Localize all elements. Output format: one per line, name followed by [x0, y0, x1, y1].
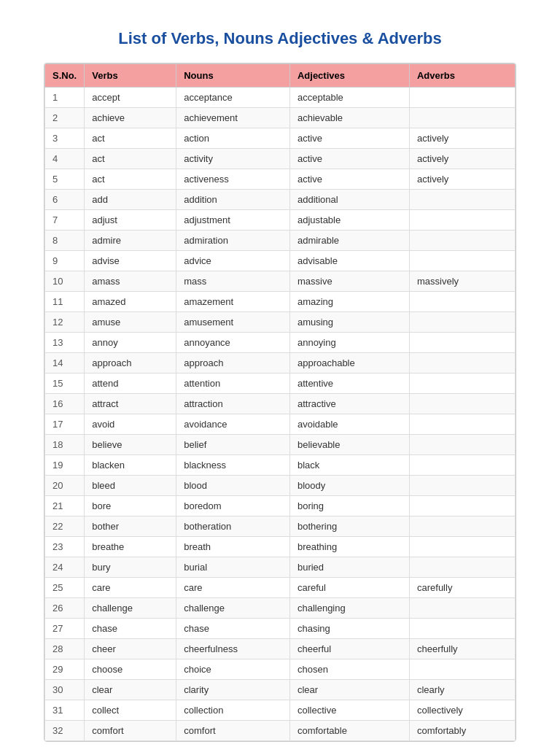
table-cell: act — [85, 149, 176, 169]
table-row: 28cheercheerfulnesscheerfulcheerfully — [45, 639, 516, 659]
table-cell: advice — [176, 251, 290, 271]
table-cell: collectively — [409, 700, 515, 721]
table-cell: massive — [289, 271, 409, 292]
table-cell: comfortable — [289, 721, 409, 741]
page-title: List of Verbs, Nouns Adjectives & Adverb… — [44, 29, 516, 48]
table-cell: achieve — [85, 108, 176, 128]
table-cell: 27 — [45, 619, 85, 639]
table-row: 14approachapproachapproachable — [45, 353, 516, 374]
table-row: 24buryburialburied — [45, 557, 516, 578]
table-cell: boredom — [176, 496, 290, 516]
table-cell: 10 — [45, 271, 85, 292]
table-cell: approachable — [289, 353, 409, 374]
table-cell: blood — [176, 476, 290, 496]
table-cell: active — [289, 128, 409, 149]
table-cell: breathing — [289, 537, 409, 557]
table-cell: attend — [85, 374, 176, 394]
table-cell: attention — [176, 374, 290, 394]
table-cell: amass — [85, 271, 176, 292]
table-cell: choice — [176, 659, 290, 680]
table-cell — [409, 333, 515, 353]
table-row: 18believebeliefbelievable — [45, 435, 516, 455]
table-cell: 5 — [45, 169, 85, 190]
table-cell — [409, 190, 515, 210]
table-cell: attract — [85, 394, 176, 414]
table-cell: clear — [85, 680, 176, 700]
table-cell: chase — [85, 619, 176, 639]
table-cell: care — [85, 578, 176, 598]
table-cell: acceptance — [176, 88, 290, 108]
table-cell: massively — [409, 271, 515, 292]
table-cell: 31 — [45, 700, 85, 721]
table-cell: additional — [289, 190, 409, 210]
table-cell — [409, 374, 515, 394]
table-row: 23breathebreathbreathing — [45, 537, 516, 557]
table-cell: challenge — [85, 598, 176, 619]
table-row: 19blackenblacknessblack — [45, 455, 516, 476]
table-cell: comfort — [176, 721, 290, 741]
table-cell — [409, 414, 515, 435]
table-cell: 23 — [45, 537, 85, 557]
table-cell — [409, 292, 515, 312]
table-row: 12amuseamusementamusing — [45, 312, 516, 333]
header-adverbs: Adverbs — [409, 64, 515, 88]
table-cell: 13 — [45, 333, 85, 353]
table-cell: approach — [176, 353, 290, 374]
table-cell: cheerfulness — [176, 639, 290, 659]
table-cell: advise — [85, 251, 176, 271]
table-cell: 18 — [45, 435, 85, 455]
table-row: 16attractattractionattractive — [45, 394, 516, 414]
table-cell: 20 — [45, 476, 85, 496]
table-row: 11amazedamazementamazing — [45, 292, 516, 312]
table-cell: active — [289, 169, 409, 190]
table-cell: buried — [289, 557, 409, 578]
table-cell: blackness — [176, 455, 290, 476]
table-cell — [409, 455, 515, 476]
table-cell: 32 — [45, 721, 85, 741]
table-cell: 17 — [45, 414, 85, 435]
table-row: 9adviseadviceadvisable — [45, 251, 516, 271]
table-cell: attraction — [176, 394, 290, 414]
table-cell: bore — [85, 496, 176, 516]
table-cell: achievable — [289, 108, 409, 128]
table-cell: annoy — [85, 333, 176, 353]
table-cell — [409, 435, 515, 455]
table-cell — [409, 108, 515, 128]
table-cell: 29 — [45, 659, 85, 680]
table-cell: act — [85, 128, 176, 149]
table-cell: avoid — [85, 414, 176, 435]
table-cell: accept — [85, 88, 176, 108]
table-cell: cheerful — [289, 639, 409, 659]
table-cell: burial — [176, 557, 290, 578]
table-cell: amazement — [176, 292, 290, 312]
table-row: 25carecarecarefulcarefully — [45, 578, 516, 598]
table-cell: bother — [85, 516, 176, 537]
table-cell: 19 — [45, 455, 85, 476]
table-cell: collect — [85, 700, 176, 721]
table-row: 5actactivenessactiveactively — [45, 169, 516, 190]
table-row: 30clearclarityclearclearly — [45, 680, 516, 700]
table-cell: challenging — [289, 598, 409, 619]
table-cell — [409, 312, 515, 333]
word-table: S.No. Verbs Nouns Adjectives Adverbs 1ac… — [44, 63, 516, 741]
table-row: 7adjustadjustmentadjustable — [45, 210, 516, 231]
table-cell: collection — [176, 700, 290, 721]
table-row: 10amassmassmassivemassively — [45, 271, 516, 292]
table-cell: avoidance — [176, 414, 290, 435]
table-cell: annoyance — [176, 333, 290, 353]
table-cell: adjust — [85, 210, 176, 231]
table-row: 3actactionactiveactively — [45, 128, 516, 149]
table-cell — [409, 251, 515, 271]
table-row: 6addadditionadditional — [45, 190, 516, 210]
table-header-row: S.No. Verbs Nouns Adjectives Adverbs — [45, 64, 516, 88]
table-row: 32comfortcomfortcomfortablecomfortably — [45, 721, 516, 741]
table-cell: chase — [176, 619, 290, 639]
table-cell: 25 — [45, 578, 85, 598]
table-cell: botheration — [176, 516, 290, 537]
table-cell: annoying — [289, 333, 409, 353]
table-cell: 1 — [45, 88, 85, 108]
table-row: 22botherbotherationbothering — [45, 516, 516, 537]
table-cell: comfortably — [409, 721, 515, 741]
header-sno: S.No. — [45, 64, 85, 88]
table-row: 31collectcollectioncollectivecollectivel… — [45, 700, 516, 721]
